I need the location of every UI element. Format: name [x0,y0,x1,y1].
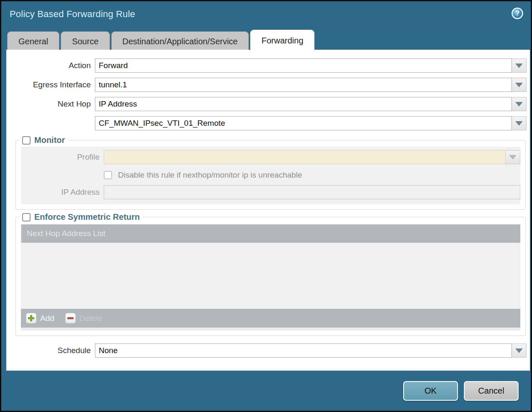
ok-button[interactable]: OK [403,381,458,401]
egress-interface-label: Egress Interface [6,80,95,89]
next-hop-address-list-table: Next Hop Address List Add Delete [21,224,520,331]
profile-select [104,150,506,164]
symmetric-return-legend-label: Enforce Symmetric Return [34,212,140,222]
schedule-dropdown-button[interactable] [512,343,527,358]
tab-general[interactable]: General [7,31,59,51]
next-hop-address-dropdown-button[interactable] [512,116,527,130]
profile-label: Profile [21,153,104,162]
table-body-empty[interactable] [21,243,520,309]
delete-button: Delete [65,313,102,323]
symmetric-return-fieldset: Enforce Symmetric Return Next Hop Addres… [15,212,526,336]
policy-based-forwarding-rule-dialog: Policy Based Forwarding Rule ? General S… [0,0,532,412]
chevron-down-icon [515,64,523,68]
profile-row: Profile [21,150,520,164]
add-button[interactable]: Add [26,313,54,323]
symmetric-return-legend: Enforce Symmetric Return [19,212,143,222]
title-bar: Policy Based Forwarding Rule ? [1,1,531,29]
action-dropdown-button[interactable] [512,58,527,73]
profile-dropdown-button [506,150,520,164]
add-button-label: Add [40,314,54,323]
egress-interface-dropdown-button[interactable] [512,78,527,92]
help-icon[interactable]: ? [512,8,523,19]
dialog-title: Policy Based Forwarding Rule [10,9,135,20]
symmetric-return-checkbox[interactable] [22,213,31,221]
next-hop-address-select[interactable]: CF_MWAN_IPsec_VTI_01_Remote [95,116,512,130]
chevron-down-icon [509,155,517,160]
tab-bar: General Source Destination/Application/S… [7,30,316,51]
action-select[interactable]: Forward [95,58,512,73]
monitor-checkbox[interactable] [22,136,31,145]
chevron-down-icon [515,83,523,87]
chevron-down-icon [515,348,523,353]
monitor-ip-address-input [104,185,520,199]
monitor-legend: Monitor [19,135,68,145]
disable-rule-row: Disable this rule if nexthop/monitor ip … [104,169,520,181]
table-bottom-strip [21,328,520,331]
schedule-select[interactable]: None [95,343,512,358]
egress-interface-select[interactable]: tunnel.1 [95,78,512,92]
tab-destination-application-service[interactable]: Destination/Application/Service [111,31,249,51]
table-column-header: Next Hop Address List [21,224,520,243]
egress-interface-row: Egress Interface tunnel.1 [6,78,527,92]
tab-source[interactable]: Source [61,31,110,51]
monitor-fieldset: Monitor Profile Disable this rule if nex… [15,135,526,210]
cancel-button[interactable]: Cancel [464,381,519,401]
monitor-ip-address-row: IP Address [21,185,520,199]
schedule-row: Schedule None [6,343,527,358]
disable-rule-label: Disable this rule if nexthop/monitor ip … [118,170,302,180]
dialog-footer: OK Cancel [403,381,519,401]
action-row: Action Forward [6,58,527,73]
next-hop-dropdown-button[interactable] [512,97,527,111]
next-hop-label: Next Hop [6,99,95,109]
forwarding-tab-panel: Action Forward Egress Interface tunnel.1… [6,50,530,371]
plus-icon [26,313,36,323]
chevron-down-icon [515,121,523,126]
disable-rule-checkbox [104,171,112,179]
action-label: Action [6,61,95,70]
schedule-label: Schedule [6,346,95,355]
monitor-ip-address-label: IP Address [21,188,104,197]
next-hop-address-row: CF_MWAN_IPsec_VTI_01_Remote [6,116,527,130]
chevron-down-icon [515,102,523,107]
monitor-legend-label: Monitor [34,135,65,145]
next-hop-select[interactable]: IP Address [95,97,512,111]
table-footer: Add Delete [21,309,520,328]
next-hop-row: Next Hop IP Address [6,97,527,111]
tab-forwarding[interactable]: Forwarding [250,30,315,51]
minus-icon [65,313,76,323]
delete-button-label: Delete [79,314,102,323]
monitor-panel: Profile Disable this rule if nexthop/mon… [21,147,520,204]
